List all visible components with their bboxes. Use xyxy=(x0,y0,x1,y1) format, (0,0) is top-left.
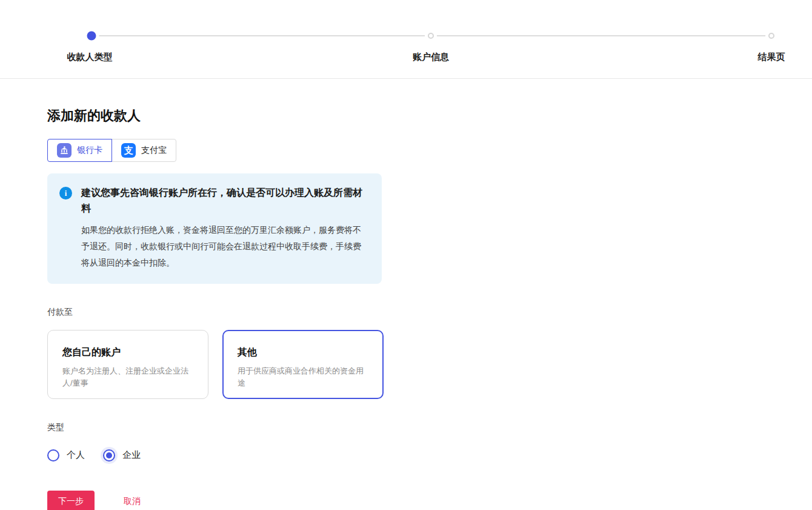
bank-icon xyxy=(57,143,72,158)
main-content: 添加新的收款人 银行卡 xyxy=(0,107,812,510)
form-actions: 下一步 取消 xyxy=(47,491,765,510)
radio-personal[interactable]: 个人 xyxy=(47,449,85,461)
radio-enterprise-label: 企业 xyxy=(122,449,141,461)
step-label-account-info: 账户信息 xyxy=(413,52,449,63)
notice-text-block: 建议您事先咨询银行账户所在行，确认是否可以办理入账及所需材料 如果您的收款行拒绝… xyxy=(81,185,368,271)
step-label-result: 结果页 xyxy=(758,52,785,63)
notice-title: 建议您事先咨询银行账户所在行，确认是否可以办理入账及所需材料 xyxy=(81,185,368,217)
pay-to-options: 您自己的账户 账户名为注册人、注册企业或企业法人/董事 其他 用于供应商或商业合… xyxy=(47,330,765,399)
pay-to-option-own-account[interactable]: 您自己的账户 账户名为注册人、注册企业或企业法人/董事 xyxy=(47,330,208,399)
radio-personal-circle[interactable] xyxy=(47,449,59,461)
type-label: 类型 xyxy=(47,422,765,433)
cancel-button[interactable]: 取消 xyxy=(124,496,141,507)
tab-alipay[interactable]: 支 支付宝 xyxy=(111,139,176,162)
type-radio-group: 个人 企业 xyxy=(47,449,765,461)
radio-enterprise[interactable]: 企业 xyxy=(103,449,141,461)
payment-method-tabs: 银行卡 支 支付宝 xyxy=(47,139,176,162)
bank-notice-box: i 建议您事先咨询银行账户所在行，确认是否可以办理入账及所需材料 如果您的收款行… xyxy=(47,173,382,284)
pay-to-option-other[interactable]: 其他 用于供应商或商业合作相关的资金用途 xyxy=(222,330,384,399)
notice-body: 如果您的收款行拒绝入账，资金将退回至您的万里汇余额账户，服务费将不予退还。同时，… xyxy=(81,222,368,271)
tab-bank-card-label: 银行卡 xyxy=(77,145,102,156)
page-title: 添加新的收款人 xyxy=(47,107,765,125)
next-step-button[interactable]: 下一步 xyxy=(47,491,95,510)
alipay-icon-glyph: 支 xyxy=(124,145,133,156)
step-dot-account-info xyxy=(428,33,434,39)
tab-alipay-label: 支付宝 xyxy=(141,145,167,156)
info-icon: i xyxy=(59,187,72,200)
pay-to-label: 付款至 xyxy=(47,307,765,318)
radio-enterprise-circle[interactable] xyxy=(103,449,115,461)
step-dot-payee-type xyxy=(87,32,96,41)
tab-bank-card[interactable]: 银行卡 xyxy=(47,139,112,162)
info-icon-glyph: i xyxy=(65,189,67,198)
radio-personal-label: 个人 xyxy=(67,449,85,461)
other-title: 其他 xyxy=(238,346,368,359)
step-dot-result xyxy=(768,33,774,39)
own-account-title: 您自己的账户 xyxy=(62,346,193,359)
alipay-icon: 支 xyxy=(121,143,136,158)
other-description: 用于供应商或商业合作相关的资金用途 xyxy=(238,365,368,389)
own-account-description: 账户名为注册人、注册企业或企业法人/董事 xyxy=(62,365,193,389)
stepper: 收款人类型 账户信息 结果页 xyxy=(0,0,812,79)
step-label-payee-type: 收款人类型 xyxy=(67,52,113,63)
